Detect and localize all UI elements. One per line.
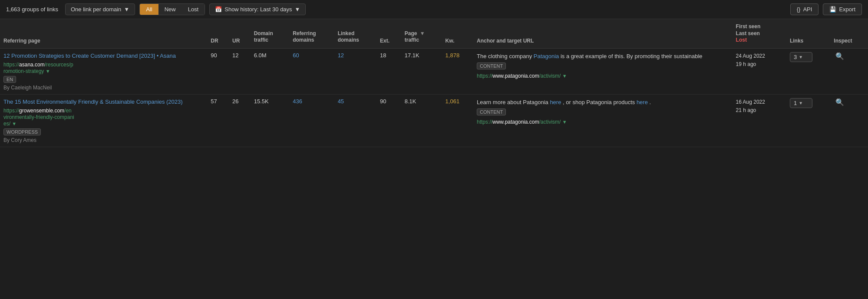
anchor-url-domain: www.patagonia.com xyxy=(492,119,539,125)
export-label: Export xyxy=(839,6,855,13)
anchor-text: Learn more about Patagonia here , or sho… xyxy=(477,98,729,107)
api-button[interactable]: {} API xyxy=(790,3,819,15)
toolbar: 1,663 groups of links One link per domai… xyxy=(0,0,868,19)
ur-cell: 26 xyxy=(229,94,251,147)
links-count: 1 xyxy=(794,100,797,106)
author-label: By Cory Ames xyxy=(3,137,204,143)
link-filter-group: All New Lost xyxy=(139,3,205,15)
anchor-text: The clothing company Patagonia is a grea… xyxy=(477,52,729,61)
filter-lost-button[interactable]: Lost xyxy=(182,4,205,15)
domain-filter-label: One link per domain xyxy=(71,6,121,13)
th-ur: UR xyxy=(229,19,251,48)
th-kw: Kw. xyxy=(442,19,473,48)
th-page-traffic[interactable]: Page ▼traffic xyxy=(401,19,442,48)
anchor-target-cell: Learn more about Patagonia here , or sho… xyxy=(473,94,733,147)
linked-domains-cell: 45 xyxy=(334,94,376,147)
th-first-last-seen: First seenLast seenLost xyxy=(733,19,786,48)
first-seen-date: 16 Aug 2022 xyxy=(736,98,783,106)
chevron-down-icon: ▼ xyxy=(124,6,129,13)
cms-badge: WORDPRESS xyxy=(3,128,41,135)
page-traffic-cell: 17.1K xyxy=(401,48,442,94)
content-type-badge: CONTENT xyxy=(477,108,506,115)
history-dropdown[interactable]: 📅 Show history: Last 30 days ▼ xyxy=(209,3,306,15)
first-last-seen-cell: 24 Aug 2022 19 h ago xyxy=(733,48,786,94)
filter-new-button[interactable]: New xyxy=(158,4,182,15)
th-referring-domains: Referringdomains xyxy=(289,19,334,48)
ext-cell: 18 xyxy=(376,48,401,94)
domain-traffic-cell: 15.5K xyxy=(251,94,290,147)
kw-cell: 1,061 xyxy=(442,94,473,147)
filter-all-button[interactable]: All xyxy=(140,4,158,15)
links-count-dropdown[interactable]: 1 ▼ xyxy=(790,98,812,108)
url-dropdown-arrow[interactable]: ▼ xyxy=(46,69,50,74)
kw-cell: 1,878 xyxy=(442,48,473,94)
inspect-icon[interactable]: 🔍 xyxy=(834,97,846,108)
page-traffic-cell: 8.1K xyxy=(401,94,442,147)
ext-cell: 90 xyxy=(376,94,401,147)
dr-cell: 57 xyxy=(207,94,229,147)
first-seen-date: 24 Aug 2022 xyxy=(736,52,783,60)
domain-filter-dropdown[interactable]: One link per domain ▼ xyxy=(65,3,135,15)
th-dr: DR xyxy=(207,19,229,48)
calendar-icon: 📅 xyxy=(215,6,222,13)
api-label: API xyxy=(803,6,812,13)
th-ext: Ext. xyxy=(376,19,401,48)
anchor-url-path: /activism/ xyxy=(539,119,561,125)
anchor-link[interactable]: Patagonia xyxy=(534,53,559,59)
anchor-url-path: /activism/ xyxy=(539,73,561,79)
th-domain-traffic: Domaintraffic xyxy=(251,19,290,48)
groups-count-label: 1,663 groups of links xyxy=(6,6,58,13)
table-header-row: Referring page DR UR Domaintraffic Refer… xyxy=(0,19,868,48)
content-type-badge: CONTENT xyxy=(477,62,506,69)
links-cell: 1 ▼ xyxy=(786,94,830,147)
links-count: 3 xyxy=(794,54,797,60)
ur-cell: 12 xyxy=(229,48,251,94)
table-row: The 15 Most Environmentally Friendly & S… xyxy=(0,94,868,147)
last-seen-date: 21 h ago xyxy=(736,106,783,115)
backlinks-table: Referring page DR UR Domaintraffic Refer… xyxy=(0,19,868,147)
url-dropdown-arrow[interactable]: ▼ xyxy=(12,121,17,126)
dr-cell: 90 xyxy=(207,48,229,94)
links-cell: 3 ▼ xyxy=(786,48,830,94)
last-seen-date: 19 h ago xyxy=(736,60,783,69)
url-domain: asana.com xyxy=(19,62,45,68)
api-icon: {} xyxy=(797,6,801,13)
anchor-link-2[interactable]: here xyxy=(637,99,648,105)
url-prefix: https:// xyxy=(3,108,19,114)
linked-domains-cell: 12 xyxy=(334,48,376,94)
th-linked-domains: Linkeddomains xyxy=(334,19,376,48)
inspect-cell: 🔍 xyxy=(830,94,868,147)
th-anchor-target: Anchor and target URL xyxy=(473,19,733,48)
chevron-down-icon: ▼ xyxy=(799,101,803,105)
links-count-dropdown[interactable]: 3 ▼ xyxy=(790,52,812,62)
anchor-url-dropdown-arrow[interactable]: ▼ xyxy=(562,119,567,125)
url-prefix: https:// xyxy=(3,62,19,68)
th-referring-page: Referring page xyxy=(0,19,207,48)
inspect-cell: 🔍 xyxy=(830,48,868,94)
th-inspect: Inspect xyxy=(830,19,868,48)
page-title-link[interactable]: The 15 Most Environmentally Friendly & S… xyxy=(3,98,204,106)
inspect-icon[interactable]: 🔍 xyxy=(834,51,846,62)
chevron-down-icon: ▼ xyxy=(799,55,803,59)
author-label: By Caeleigh MacNeil xyxy=(3,85,204,91)
export-icon: 💾 xyxy=(829,6,836,13)
referring-domains-cell: 60 xyxy=(289,48,334,94)
history-label: Show history: Last 30 days xyxy=(224,6,292,13)
export-button[interactable]: 💾 Export xyxy=(823,3,862,15)
url-domain: growensemble.com xyxy=(19,108,64,114)
referring-domains-cell: 436 xyxy=(289,94,334,147)
anchor-url-link[interactable]: https://www.patagonia.com/activism/ xyxy=(477,73,562,79)
table-row: 12 Promotion Strategies to Create Custom… xyxy=(0,48,868,94)
anchor-url-dropdown-arrow[interactable]: ▼ xyxy=(562,73,567,79)
first-last-seen-cell: 16 Aug 2022 21 h ago xyxy=(733,94,786,147)
anchor-target-cell: The clothing company Patagonia is a grea… xyxy=(473,48,733,94)
referring-page-cell: The 15 Most Environmentally Friendly & S… xyxy=(0,94,207,147)
language-badge: EN xyxy=(3,76,16,83)
anchor-link-1[interactable]: here xyxy=(550,99,561,105)
chevron-down-icon: ▼ xyxy=(295,6,300,13)
anchor-url-domain: www.patagonia.com xyxy=(492,73,539,79)
domain-traffic-cell: 6.0M xyxy=(251,48,290,94)
page-title-link[interactable]: 12 Promotion Strategies to Create Custom… xyxy=(3,52,204,60)
anchor-url-link[interactable]: https://www.patagonia.com/activism/ xyxy=(477,119,562,125)
page-url-link[interactable]: https://asana.com/resources/promotion-st… xyxy=(3,62,73,74)
